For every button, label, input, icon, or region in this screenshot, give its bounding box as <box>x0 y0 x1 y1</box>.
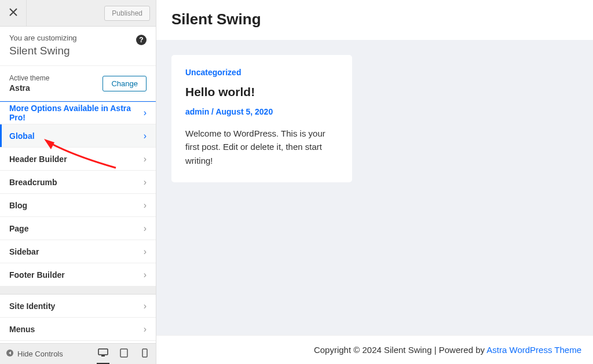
device-tablet-button[interactable] <box>119 349 129 359</box>
chevron-right-icon: › <box>144 247 147 257</box>
menu-item-blog[interactable]: Blog › <box>0 194 156 217</box>
context-site-name: Silent Swing <box>9 45 147 57</box>
menu-item-label: Footer Builder <box>9 270 65 280</box>
context-label: You are customizing <box>9 34 147 42</box>
menu-item-header-builder[interactable]: Header Builder › <box>0 148 156 171</box>
footer-text: Copyright © 2024 Silent Swing | Powered … <box>314 345 486 355</box>
menu-item-sidebar[interactable]: Sidebar › <box>0 240 156 263</box>
menu-item-label: Breadcrumb <box>9 178 57 187</box>
menu-item-label: More Options Available in Astra Pro! <box>9 104 144 122</box>
chevron-right-icon: › <box>144 223 147 234</box>
customizer-context: ? You are customizing Silent Swing <box>0 27 156 66</box>
svg-rect-4 <box>101 355 105 356</box>
menu-item-label: Site Identity <box>9 302 55 311</box>
chevron-right-icon: › <box>144 108 147 118</box>
close-button[interactable] <box>0 0 27 27</box>
chevron-right-icon: › <box>144 200 147 211</box>
menu-item-astra-pro[interactable]: More Options Available in Astra Pro! › <box>0 101 156 124</box>
hide-controls-label: Hide Controls <box>17 350 63 358</box>
active-theme-name: Astra <box>9 83 49 93</box>
chevron-right-icon: › <box>144 177 147 187</box>
active-theme-label: Active theme <box>9 74 49 82</box>
svg-rect-6 <box>142 349 147 357</box>
post-card: Uncategorized Hello world! admin / Augus… <box>171 55 352 182</box>
post-meta[interactable]: admin / August 5, 2020 <box>185 107 338 116</box>
chevron-right-icon: › <box>144 301 147 311</box>
chevron-right-icon: › <box>144 154 147 164</box>
menu-item-label: Menus <box>9 325 35 334</box>
preview-pane: Silent Swing Uncategorized Hello world! … <box>156 0 593 364</box>
collapse-left-icon <box>6 349 14 359</box>
post-excerpt: Welcome to WordPress. This is your first… <box>185 127 338 167</box>
chevron-right-icon: › <box>144 270 147 280</box>
svg-rect-3 <box>98 349 108 355</box>
preview-header: Silent Swing <box>156 0 593 40</box>
mobile-icon <box>142 348 148 359</box>
menu-item-site-identity[interactable]: Site Identity › <box>0 295 156 318</box>
chevron-right-icon: › <box>144 324 147 334</box>
customizer-sidebar: Published ? You are customizing Silent S… <box>0 0 156 364</box>
menu-item-footer-builder[interactable]: Footer Builder › <box>0 263 156 286</box>
customizer-topbar: Published <box>0 0 156 27</box>
footer-theme-link[interactable]: Astra WordPress Theme <box>486 345 581 355</box>
desktop-icon <box>98 348 108 359</box>
device-desktop-button[interactable] <box>98 349 108 359</box>
device-icons <box>98 349 150 359</box>
menu-item-page[interactable]: Page › <box>0 217 156 240</box>
menu-item-menus[interactable]: Menus › <box>0 318 156 341</box>
help-icon[interactable]: ? <box>136 35 147 45</box>
menu-item-breadcrumb[interactable]: Breadcrumb › <box>0 171 156 194</box>
post-category-link[interactable]: Uncategorized <box>185 68 338 77</box>
tablet-icon <box>120 348 128 359</box>
menu-item-label: Global <box>9 131 35 141</box>
preview-site-title[interactable]: Silent Swing <box>171 10 578 28</box>
preview-footer: Copyright © 2024 Silent Swing | Powered … <box>156 335 593 364</box>
menu-item-global[interactable]: Global › <box>0 124 156 148</box>
svg-rect-5 <box>120 349 127 357</box>
menu-item-label: Blog <box>9 201 27 210</box>
device-bar: Hide Controls <box>0 343 156 364</box>
post-title-link[interactable]: Hello world! <box>185 85 338 99</box>
close-icon <box>9 7 17 19</box>
change-theme-button[interactable]: Change <box>103 76 147 91</box>
active-theme-block: Active theme Astra Change <box>0 66 156 101</box>
active-theme-text: Active theme Astra <box>9 74 49 93</box>
menu-item-label: Header Builder <box>9 155 67 164</box>
device-mobile-button[interactable] <box>140 349 150 359</box>
menu-separator <box>0 286 156 295</box>
menu-item-label: Page <box>9 224 28 233</box>
publish-button[interactable]: Published <box>104 6 150 21</box>
menu-item-label: Sidebar <box>9 247 39 256</box>
preview-body: Uncategorized Hello world! admin / Augus… <box>156 40 593 335</box>
chevron-right-icon: › <box>144 131 147 141</box>
hide-controls-button[interactable]: Hide Controls <box>6 349 63 359</box>
customizer-menu: More Options Available in Astra Pro! › G… <box>0 101 156 343</box>
